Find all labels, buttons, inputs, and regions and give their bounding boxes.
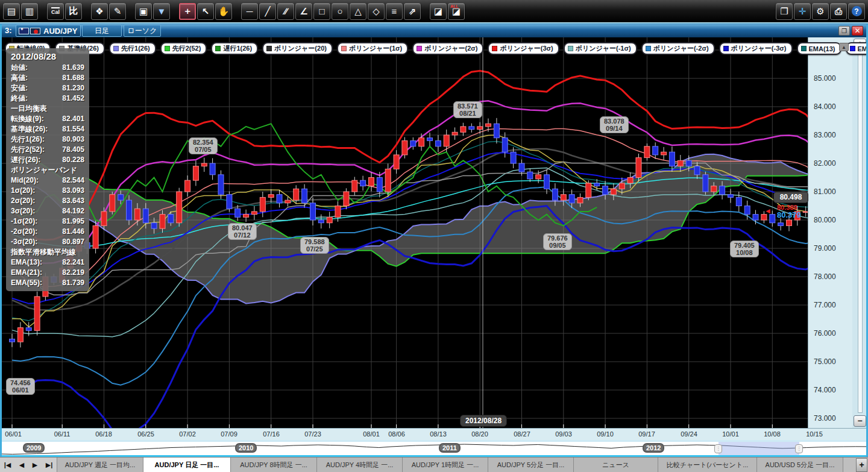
navigator-right-handle[interactable]: ⋮ xyxy=(795,444,803,453)
navigator-selection[interactable] xyxy=(719,442,799,455)
add-tab-button[interactable]: + xyxy=(856,458,867,472)
data-window-icon[interactable]: ▤ xyxy=(3,3,20,20)
report-add-icon[interactable]: ▥ xyxy=(21,3,38,20)
tab-audusd-5m[interactable]: AUD/USD 5分足 一目... xyxy=(757,458,843,472)
annotation-low-0905: 79.67609/05 xyxy=(543,233,572,250)
annotation-low-0601: 74.45606/01 xyxy=(6,378,35,395)
annotation-low-0712: 80.04707/12 xyxy=(228,223,257,240)
indicator-legend: 転換線(9) 基準線(26) 先行1(26) 先行2(52) 遅行1(26) ボ… xyxy=(5,42,868,55)
help-icon[interactable]: ? xyxy=(848,3,865,20)
year-badge-2011: 2011 xyxy=(439,443,461,453)
section-bollinger: ボリンジャーバンド xyxy=(11,165,84,175)
navigator-left-handle[interactable]: ⋮ xyxy=(714,444,722,453)
symbol-selector[interactable]: AUD/JPY xyxy=(16,25,81,37)
eraser-icon[interactable]: ◪ xyxy=(430,3,447,20)
annotation-low-0725: 79.58807/25 xyxy=(300,237,329,254)
annotation-high-0821: 83.57108/21 xyxy=(453,101,482,118)
legend-bollinger-m1[interactable]: ボリンジャー(-1σ) xyxy=(564,42,637,55)
section-ema: 指数平滑移動平均線 xyxy=(11,247,84,257)
vertical-scrollbar[interactable] xyxy=(858,52,863,413)
legend-ema21[interactable]: EMA(21) xyxy=(846,42,868,55)
tab-audjpy-weekly[interactable]: AUD/JPY 週足 一目均... xyxy=(57,458,143,472)
legend-senkou1[interactable]: 先行1(26) xyxy=(109,42,156,55)
fullscreen-icon[interactable]: ✛ xyxy=(794,3,811,20)
chart-settings-icon[interactable]: ▣ xyxy=(135,3,152,20)
tab-next-button[interactable]: ▶ xyxy=(33,461,37,469)
year-badge-2009: 2009 xyxy=(23,443,45,453)
year-badge-2012: 2012 xyxy=(643,443,664,453)
australia-flag-icon xyxy=(19,28,29,34)
chart-area: 転換線(9) 基準線(26) 先行1(26) 先行2(52) 遅行1(26) ボ… xyxy=(0,37,868,428)
windows-icon[interactable]: ❐ xyxy=(776,3,793,20)
legend-bollinger-p2[interactable]: ボリンジャー(2σ) xyxy=(412,42,483,55)
main-toolbar: ▤ ▥ Cal 比 ❖ ✎ ▣ ▼ ＋ ↖ ✋ ─ ╱ ∕∕ ∠ □ ○ △ ◇… xyxy=(0,0,868,22)
pencil-icon[interactable]: ✎ xyxy=(109,3,126,20)
tab-first-button[interactable]: |◀ xyxy=(4,461,11,469)
gann-tool-icon[interactable]: ❖ xyxy=(91,3,108,20)
annotation-low-1008: 79.40510/08 xyxy=(730,241,759,257)
hand-icon[interactable]: ✋ xyxy=(215,3,232,20)
tab-prev-button[interactable]: ◀ xyxy=(19,461,24,469)
legend-bollinger-p3[interactable]: ボリンジャー(3σ) xyxy=(488,42,559,55)
tab-news[interactable]: ニュース xyxy=(574,458,658,472)
chart-tab-bar: |◀ ◀ ▶ ▶| AUD/JPY 週足 一目均... AUD/JPY 日足 一… xyxy=(0,457,868,472)
eraser-all-icon[interactable]: ALL◪ xyxy=(448,3,465,20)
legend-bollinger-m2[interactable]: ボリンジャー(-2σ) xyxy=(641,42,715,55)
timeframe-button[interactable]: 日足 xyxy=(82,25,122,37)
tab-audjpy-4h[interactable]: AUD/JPY 4時間足 一... xyxy=(317,458,403,472)
restore-window-button[interactable]: ❐ xyxy=(838,26,850,36)
window-left-edge xyxy=(0,24,2,457)
horizontal-line-icon[interactable]: ─ xyxy=(241,3,258,20)
ohlc-info-panel: 2012/08/28 始値:81.639 高値:81.688 安値:81.230… xyxy=(6,48,89,291)
trend-line-icon[interactable]: ╱ xyxy=(259,3,276,20)
pointer-icon[interactable]: ↖ xyxy=(197,3,214,20)
tab-audjpy-8h[interactable]: AUD/JPY 8時間足 一... xyxy=(231,458,317,472)
legend-chikou[interactable]: 遅行1(26) xyxy=(211,42,258,55)
print-icon[interactable]: ⎙ xyxy=(830,3,847,20)
crosshair-icon[interactable]: ＋ xyxy=(179,3,196,20)
window-number: 3: xyxy=(5,26,12,35)
arrow-draw-icon[interactable]: ⇗ xyxy=(404,3,421,20)
close-window-button[interactable]: ✕ xyxy=(852,26,863,36)
price-axis[interactable]: 86.000 85.000 84.000 83.000 82.000 81.00… xyxy=(808,37,852,428)
tab-audjpy-5m[interactable]: AUD/JPY 5分足 一目... xyxy=(488,458,574,472)
rectangle-icon[interactable]: □ xyxy=(313,3,330,20)
parallel-lines-icon[interactable]: ∕∕ xyxy=(277,3,294,20)
tab-scroll-controls: |◀ ◀ ▶ ▶| xyxy=(0,458,57,472)
annotation-high-0914: 83.07809/14 xyxy=(600,116,629,133)
price-chart-svg[interactable] xyxy=(0,37,808,428)
tab-compare-chart[interactable]: 比較チャート(パーセント... xyxy=(658,458,757,472)
legend-collapse-button[interactable]: ▲ xyxy=(839,43,849,51)
triangle-icon[interactable]: △ xyxy=(350,3,366,20)
fibonacci-icon[interactable]: ≡ xyxy=(386,3,403,20)
save-icon[interactable]: ▼ xyxy=(153,3,170,20)
compare-icon[interactable]: 比 xyxy=(65,3,82,20)
chart-window-titlebar[interactable]: 3: AUD/JPY 日足 ローソク ❐ ✕ xyxy=(0,24,868,37)
bid-price-label: 80.379 xyxy=(777,210,801,219)
legend-bollinger-p1[interactable]: ボリンジャー(1σ) xyxy=(337,42,408,55)
year-badge-2010: 2010 xyxy=(235,443,257,453)
date-axis[interactable]: 06/01 06/11 06/18 06/25 07/02 07/09 07/1… xyxy=(0,428,868,440)
legend-senkou2[interactable]: 先行2(52) xyxy=(160,42,207,55)
zoom-out-button[interactable]: − xyxy=(854,415,866,427)
info-date: 2012/08/28 xyxy=(11,50,84,63)
annotation-high-0705: 82.35407/05 xyxy=(189,137,218,154)
price-arrow-icon: ◄ xyxy=(764,207,772,215)
legend-bollinger-mid[interactable]: ボリンジャー(20) xyxy=(262,42,333,55)
tab-audjpy-1h[interactable]: AUD/JPY 1時間足 一... xyxy=(403,458,488,472)
section-ichimoku: 一目均衡表 xyxy=(11,104,84,114)
polygon-icon[interactable]: ◇ xyxy=(368,3,385,20)
calendar-icon[interactable]: Cal xyxy=(47,3,64,20)
chart-type-button[interactable]: ローソク xyxy=(124,25,161,37)
tab-audjpy-daily[interactable]: AUD/JPY 日足 一目... xyxy=(143,458,231,472)
angle-line-icon[interactable]: ∠ xyxy=(295,3,312,20)
legend-bollinger-m3[interactable]: ボリンジャー(-3σ) xyxy=(719,42,793,55)
ellipse-icon[interactable]: ○ xyxy=(332,3,348,20)
chart-application-window: ▤ ▥ Cal 比 ❖ ✎ ▣ ▼ ＋ ↖ ✋ ─ ╱ ∕∕ ∠ □ ○ △ ◇… xyxy=(0,0,868,472)
marked-price-tag: 80.498 xyxy=(773,192,808,203)
tab-last-button[interactable]: ▶| xyxy=(46,461,53,469)
range-navigator[interactable]: 2009 2010 2011 2012 ⋮ ⋮ xyxy=(0,442,868,457)
legend-ema13[interactable]: EMA(13) xyxy=(797,42,841,55)
settings-gear-icon[interactable]: ⚙ xyxy=(812,3,829,20)
symbol-label: AUD/JPY xyxy=(43,27,77,36)
